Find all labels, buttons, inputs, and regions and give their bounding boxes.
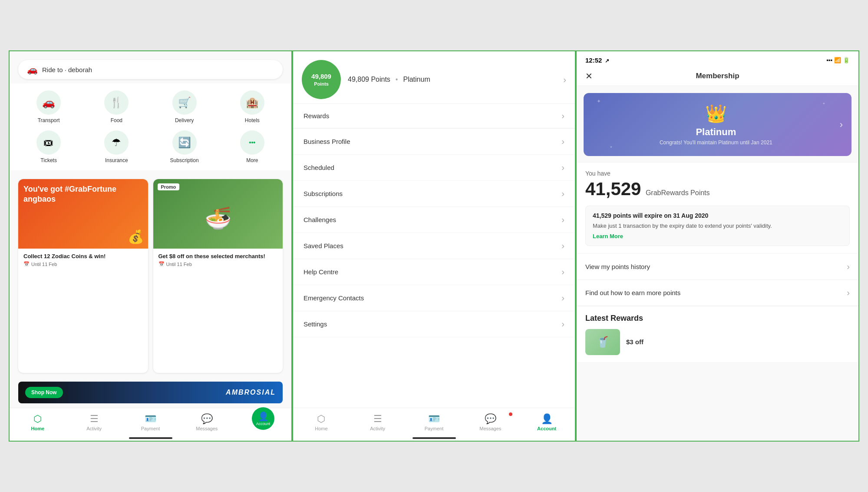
- app-container: 🚗 Ride to · deborah 🚗 Transport 🍴 Food 🛒…: [9, 50, 859, 442]
- reward-thumb-inner: 🥤: [585, 329, 620, 355]
- bottom-nav-screen1: ⬡ Home ☰ Activity 🪪 Payment 💬 Messages: [10, 408, 291, 435]
- reward-price: $3 off: [626, 338, 644, 346]
- shop-banner[interactable]: Shop Now AMBROSIAL: [18, 382, 283, 403]
- nav2-payment[interactable]: 🪪 Payment: [406, 412, 462, 433]
- payment-icon: 🪪: [145, 413, 156, 425]
- promo-card-fortune[interactable]: You've got #GrabFortune angbaos 💰 Collec…: [18, 179, 148, 373]
- service-delivery[interactable]: 🛒 Delivery: [154, 90, 215, 123]
- service-more[interactable]: ••• More: [222, 130, 283, 163]
- emergency-contacts-label: Emergency Contacts: [304, 294, 364, 302]
- promo2-date: 📅 Until 11 Feb: [158, 261, 278, 267]
- nav2-messages[interactable]: 💬 Messages: [462, 412, 518, 433]
- bottom-nav-screen2: ⬡ Home ☰ Activity 🪪 Payment 💬 Messages: [293, 408, 575, 435]
- big-points-value: 41,529: [585, 179, 641, 199]
- points-tier-label: 49,809 Points • Platinum: [348, 76, 563, 83]
- action-earn-points[interactable]: Find out how to earn more points ›: [577, 280, 858, 306]
- shop-brand: AMBROSIAL: [226, 389, 276, 396]
- star-deco-2: ✦: [822, 102, 825, 106]
- service-hotels[interactable]: 🏨 Hotels: [222, 90, 283, 123]
- service-delivery-label: Delivery: [175, 117, 194, 123]
- hotels-icon: 🏨: [240, 90, 264, 115]
- car-icon: 🚗: [27, 64, 38, 75]
- latest-rewards-section: Latest Rewards 🥤 $3 off: [577, 307, 858, 362]
- platinum-subtitle: Congrats! You'll maintain Platinum until…: [592, 140, 840, 146]
- service-insurance-label: Insurance: [105, 157, 128, 163]
- service-transport[interactable]: 🚗 Transport: [18, 90, 79, 123]
- home-indicator-2: [293, 435, 575, 441]
- promo-badge: Promo: [158, 183, 180, 190]
- home2-icon: ⬡: [317, 413, 325, 425]
- nav2-account-label: Account: [537, 426, 556, 431]
- menu-item-scheduled[interactable]: Scheduled ›: [293, 155, 575, 181]
- promo1-date: 📅 Until 11 Feb: [23, 261, 143, 267]
- nav-payment[interactable]: 🪪 Payment: [122, 412, 179, 433]
- service-subscription[interactable]: 🔄 Subscription: [154, 130, 215, 163]
- account2-icon: 👤: [541, 413, 553, 425]
- points-section: You have 41,529 GrabRewards Points 41,52…: [577, 163, 858, 253]
- nav2-home[interactable]: ⬡ Home: [293, 412, 350, 433]
- platinum-card-content: 👑 Platinum Congrats! You'll maintain Pla…: [592, 103, 840, 146]
- action-points-history[interactable]: View my points history ›: [577, 254, 858, 280]
- tickets-icon: 🎟: [36, 130, 61, 155]
- promo-card-merchants[interactable]: Promo 🍜 Get $8 off on these selected mer…: [153, 179, 283, 373]
- account-header[interactable]: 49,809 Points 49,809 Points • Platinum ›: [293, 51, 575, 103]
- menu-item-subscriptions[interactable]: Subscriptions ›: [293, 181, 575, 207]
- menu-list: Business Profile › Scheduled › Subscript…: [293, 128, 575, 337]
- calendar-icon: 📅: [23, 261, 30, 267]
- rewards-chevron: ›: [561, 111, 564, 121]
- service-subscription-label: Subscription: [170, 157, 199, 163]
- nav-activity[interactable]: ☰ Activity: [66, 412, 122, 433]
- shop-now-button[interactable]: Shop Now: [25, 387, 63, 398]
- service-insurance[interactable]: ☂ Insurance: [86, 130, 147, 163]
- challenges-label: Challenges: [304, 216, 336, 223]
- star-deco-1: ✦: [597, 98, 601, 104]
- platinum-card[interactable]: ✦ ✦ ✦ 👑 Platinum Congrats! You'll mainta…: [584, 93, 851, 156]
- promo-section: You've got #GrabFortune angbaos 💰 Collec…: [10, 175, 291, 377]
- service-more-label: More: [246, 157, 258, 163]
- menu-item-business-profile[interactable]: Business Profile ›: [293, 129, 575, 155]
- reward-item[interactable]: 🥤 $3 off: [585, 329, 850, 355]
- challenges-chevron: ›: [561, 215, 564, 225]
- scheduled-label: Scheduled: [304, 164, 334, 171]
- close-button[interactable]: ✕: [585, 71, 593, 81]
- saved-places-label: Saved Places: [304, 242, 343, 249]
- nav2-payment-label: Payment: [425, 426, 443, 431]
- menu-item-settings[interactable]: Settings ›: [293, 311, 575, 337]
- wifi-icon: 📶: [834, 57, 841, 63]
- home-indicator: [10, 435, 291, 441]
- menu-item-challenges[interactable]: Challenges ›: [293, 207, 575, 233]
- learn-more-link[interactable]: Learn More: [593, 233, 842, 239]
- status-icons: ▪▪▪ 📶 🔋: [826, 57, 850, 63]
- subscriptions-label: Subscriptions: [304, 190, 343, 197]
- menu-item-help-centre[interactable]: Help Centre ›: [293, 259, 575, 285]
- calendar2-icon: 📅: [158, 261, 165, 267]
- service-food[interactable]: 🍴 Food: [86, 90, 147, 123]
- nav-account-label: Account: [256, 422, 271, 426]
- service-tickets[interactable]: 🎟 Tickets: [18, 130, 79, 163]
- help-centre-chevron: ›: [561, 267, 564, 277]
- header-chevron: ›: [563, 75, 566, 85]
- platinum-chevron: ›: [840, 119, 843, 130]
- expiry-title: 41,529 points will expire on 31 Aug 2020: [593, 212, 842, 219]
- menu-item-emergency-contacts[interactable]: Emergency Contacts ›: [293, 285, 575, 311]
- nav-home[interactable]: ⬡ Home: [10, 412, 66, 433]
- nav2-home-label: Home: [315, 426, 327, 431]
- emergency-contacts-chevron: ›: [561, 293, 564, 303]
- points-unit: GrabRewards Points: [646, 189, 710, 196]
- star-deco-3: ✦: [610, 145, 613, 149]
- nav-account[interactable]: 👤 Account: [235, 412, 291, 433]
- nav2-activity[interactable]: ☰ Activity: [350, 412, 406, 433]
- points-number: 49,809: [311, 72, 331, 81]
- nav-messages[interactable]: 💬 Messages: [178, 412, 235, 433]
- promo1-overlay-text: You've got #GrabFortune angbaos: [23, 184, 148, 205]
- status-time: 12:52 ↗: [585, 57, 609, 64]
- insurance-icon: ☂: [104, 130, 129, 155]
- account-header-right: 49,809 Points • Platinum: [341, 76, 563, 83]
- menu-item-rewards[interactable]: Rewards ›: [293, 103, 575, 128]
- status-bar: 12:52 ↗ ▪▪▪ 📶 🔋: [577, 51, 858, 66]
- earn-points-label: Find out how to earn more points: [585, 289, 680, 296]
- nav2-account[interactable]: 👤 Account: [518, 412, 575, 433]
- account-icon: 👤: [258, 411, 269, 422]
- ride-to-bar[interactable]: 🚗 Ride to · deborah: [18, 60, 283, 79]
- menu-item-saved-places[interactable]: Saved Places ›: [293, 233, 575, 259]
